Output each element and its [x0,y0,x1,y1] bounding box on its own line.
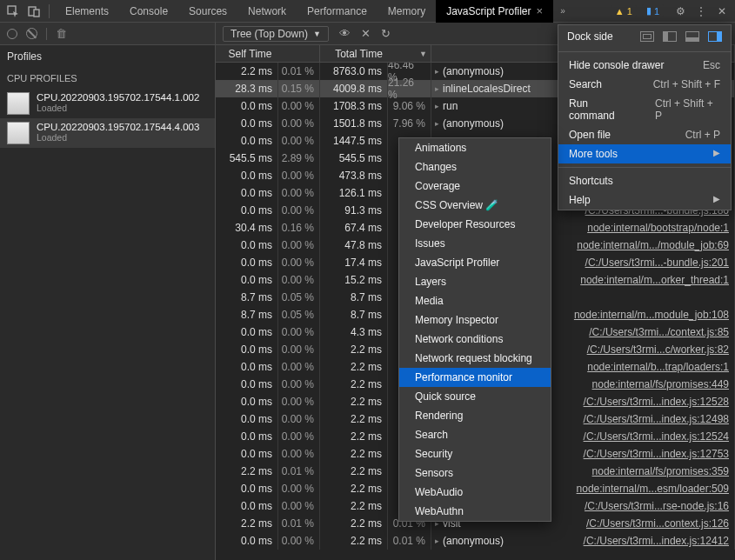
tab-performance[interactable]: Performance [297,0,378,23]
source-link[interactable]: /C:/Users/t3rmi...-bundle.js:201 [585,257,734,269]
tools-item-javascript-profiler[interactable]: JavaScript Profiler [399,253,551,272]
device-toggle-icon[interactable] [24,2,43,21]
view-mode-dropdown[interactable]: Tree (Top Down) ▼ [223,26,329,42]
clear-focus-icon[interactable]: ✕ [361,27,371,40]
profile-status: Loaded [37,132,199,143]
disclosure-icon[interactable]: ▸ [435,84,439,93]
source-link[interactable]: /C:/Users/t3rmi...index.js:12524 [584,430,734,443]
menu-item-shortcuts[interactable]: Shortcuts [558,171,731,190]
tools-item-animations[interactable]: Animations [399,138,551,157]
profile-status: Loaded [37,103,199,113]
source-link[interactable]: /C:/Users/t3rmi.../context.js:85 [589,326,734,338]
tools-item-rendering[interactable]: Rendering [399,406,551,425]
source-link[interactable]: node:internal/m.../module_job:69 [577,239,734,251]
profile-name: CPU.20220903.195702.17544.1.002 [37,92,199,103]
source-link[interactable]: node:internal/m...orker_thread:1 [580,274,734,286]
tools-item-search[interactable]: Search [399,425,551,444]
disclosure-icon[interactable]: ▸ [435,67,439,76]
profile-icon [7,122,30,144]
profile-name: CPU.20220903.195702.17544.4.003 [37,122,199,132]
dock-side-label: Dock side [567,30,613,43]
tab-network[interactable]: Network [237,0,297,23]
profiles-sidebar: Profiles CPU PROFILES CPU.20220903.19570… [0,45,216,560]
tools-item-issues[interactable]: Issues [399,234,551,253]
dock-side-row: Dock side [558,25,731,48]
disclosure-icon[interactable]: ▸ [435,119,439,128]
source-link[interactable]: /C:/Users/t3rmi...c/worker.js:82 [587,343,734,356]
menu-item-hide-console-drawer[interactable]: Hide console drawerEsc [558,56,731,75]
profile-icon [7,92,30,115]
settings-gear-icon[interactable]: ⚙ [671,2,690,21]
inspect-icon[interactable] [3,2,23,21]
tab-sources[interactable]: Sources [178,0,237,23]
source-link[interactable]: node:internal/fs/promises:449 [592,378,734,390]
tools-item-webaudio[interactable]: WebAudio [399,483,551,502]
record-button[interactable] [7,29,17,39]
delete-icon[interactable]: 🗑 [56,27,67,40]
tools-item-network-conditions[interactable]: Network conditions [399,330,551,349]
tabs: ElementsConsoleSourcesNetworkPerformance… [55,0,553,23]
disclosure-icon[interactable]: ▸ [435,102,439,110]
source-link[interactable]: /C:/Users/t3rmi...index.js:12753 [584,448,734,460]
tab-memory[interactable]: Memory [378,0,436,23]
source-link[interactable]: /C:/Users/t3rmi...rse-node.js:16 [585,500,734,512]
col-self-time[interactable]: Self Time [216,45,320,62]
source-link[interactable]: node:internal/m...esm/loader:509 [577,483,734,495]
profile-item[interactable]: CPU.20220903.195702.17544.1.002Loaded [0,89,215,118]
tools-item-sensors[interactable]: Sensors [399,463,551,483]
source-link[interactable]: /C:/Users/t3rmi...index.js:12498 [584,413,734,425]
tools-item-webauthn[interactable]: WebAuthn [399,502,551,521]
clear-button[interactable] [26,28,37,39]
reload-icon[interactable]: ↻ [381,27,391,40]
tools-item-memory-inspector[interactable]: Memory Inspector [399,310,551,330]
source-link[interactable]: /C:/Users/t3rmi...index.js:12412 [584,535,734,547]
tools-item-performance-monitor[interactable]: Performance monitor [399,368,551,387]
tools-item-network-request-blocking[interactable]: Network request blocking [399,349,551,368]
tools-item-quick-source[interactable]: Quick source [399,387,551,406]
table-row[interactable]: 0.0 ms0.00 %2.2 ms0.01 %▸(anonymous)/C:/… [216,532,735,550]
more-tabs-chevron[interactable]: » [555,6,571,16]
devtools-tabbar: ElementsConsoleSourcesNetworkPerformance… [0,0,735,23]
kebab-menu-icon[interactable]: ⋮ [692,2,711,21]
disclosure-icon[interactable]: ▸ [435,537,439,545]
tools-item-css-overview-[interactable]: CSS Overview 🧪 [399,196,551,215]
source-link[interactable]: node:internal/b...trap/loaders:1 [587,361,734,373]
tab-console[interactable]: Console [119,0,178,23]
warnings-badge[interactable]: ▲ 1 [611,5,637,17]
sidebar-section: CPU PROFILES [0,68,215,89]
tools-item-security[interactable]: Security [399,444,551,463]
tab-elements[interactable]: Elements [55,0,119,23]
focus-icon[interactable]: 👁 [339,27,351,40]
tools-item-media[interactable]: Media [399,291,551,310]
col-total-time[interactable]: Total Time▼ [320,45,431,62]
menu-item-more-tools[interactable]: More tools▶ [558,144,731,163]
submenu-arrow-icon: ▶ [713,194,720,206]
more-tools-submenu: AnimationsChangesCoverageCSS Overview 🧪D… [398,137,551,522]
source-link[interactable]: node:internal/m...module_job:108 [574,309,734,321]
source-link[interactable]: /C:/Users/t3rmi...index.js:12528 [584,396,734,408]
profile-item[interactable]: CPU.20220903.195702.17544.4.003Loaded [0,118,215,148]
dock-bottom-icon[interactable] [685,31,699,42]
tab-javascript-profiler[interactable]: JavaScript Profiler× [436,0,553,23]
menu-item-open-file[interactable]: Open fileCtrl + P [558,125,731,144]
close-devtools-icon[interactable]: ✕ [712,2,732,21]
source-link[interactable]: node:internal/fs/promises:359 [592,465,734,477]
info-badge[interactable]: ▮ 1 [642,4,664,17]
tools-item-developer-resources[interactable]: Developer Resources [399,215,551,234]
devtools-main-menu: Dock side Hide console drawerEscSearchCt… [558,24,732,210]
tools-item-coverage[interactable]: Coverage [399,177,551,196]
tools-item-changes[interactable]: Changes [399,157,551,177]
source-link[interactable]: /C:/Users/t3rmi...context.js:126 [586,517,734,530]
sort-desc-icon: ▼ [419,50,427,58]
menu-item-search[interactable]: SearchCtrl + Shift + F [558,75,731,94]
menu-item-help[interactable]: Help▶ [558,190,731,210]
dock-undock-icon[interactable] [640,31,654,42]
submenu-arrow-icon: ▶ [713,148,720,160]
dock-right-icon[interactable] [708,31,722,42]
dock-left-icon[interactable] [663,31,677,42]
tools-item-layers[interactable]: Layers [399,272,551,291]
menu-item-run-command[interactable]: Run commandCtrl + Shift + P [558,94,731,125]
source-link[interactable]: node:internal/bootstrap/node:1 [587,222,734,234]
chevron-down-icon: ▼ [313,30,321,38]
close-tab-icon[interactable]: × [537,4,544,17]
